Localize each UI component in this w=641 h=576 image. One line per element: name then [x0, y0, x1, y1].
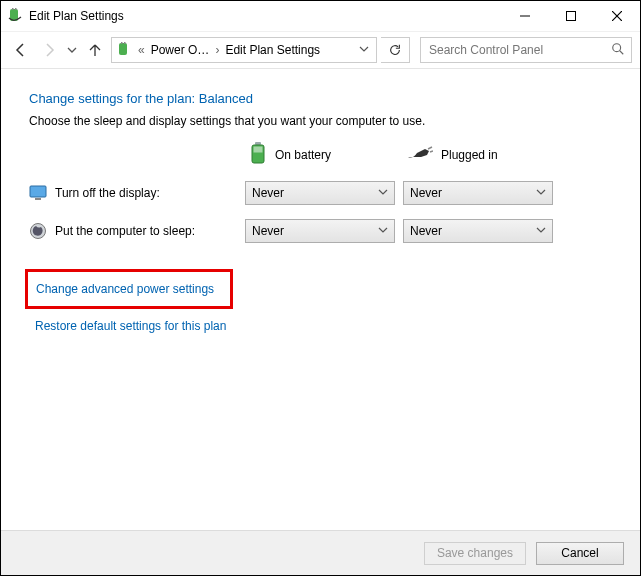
- cancel-button[interactable]: Cancel: [536, 542, 624, 565]
- svg-rect-9: [124, 42, 126, 44]
- window: Edit Plan Settings: [0, 0, 641, 576]
- row-sleep: Put the computer to sleep:: [29, 222, 237, 240]
- chevron-down-icon: [536, 225, 546, 237]
- chevron-right-icon: ›: [213, 43, 221, 57]
- link-advanced-settings[interactable]: Change advanced power settings: [30, 276, 220, 302]
- sleep-plugged-select[interactable]: Never: [403, 219, 553, 243]
- display-plugged-value: Never: [410, 186, 442, 200]
- chevron-down-icon: [378, 187, 388, 199]
- column-header-battery: On battery: [245, 142, 395, 167]
- page-heading: Change settings for the plan: Balanced: [29, 91, 620, 106]
- maximize-button[interactable]: [548, 1, 594, 31]
- link-restore-defaults[interactable]: Restore default settings for this plan: [29, 313, 232, 339]
- svg-line-15: [428, 147, 432, 149]
- chevron-down-icon: [536, 187, 546, 199]
- display-plugged-select[interactable]: Never: [403, 181, 553, 205]
- page-description: Choose the sleep and display settings th…: [29, 114, 620, 128]
- row-display-label: Turn off the display:: [55, 186, 160, 200]
- svg-rect-17: [30, 186, 46, 197]
- close-button[interactable]: [594, 1, 640, 31]
- titlebar: Edit Plan Settings: [1, 1, 640, 32]
- sleep-battery-select[interactable]: Never: [245, 219, 395, 243]
- window-title: Edit Plan Settings: [29, 9, 502, 23]
- svg-rect-18: [35, 198, 41, 200]
- svg-rect-2: [15, 8, 17, 10]
- display-battery-value: Never: [252, 186, 284, 200]
- row-sleep-label: Put the computer to sleep:: [55, 224, 195, 238]
- back-button[interactable]: [9, 38, 33, 62]
- search-input[interactable]: [427, 42, 591, 58]
- search-icon[interactable]: [611, 42, 625, 59]
- svg-rect-7: [119, 43, 127, 55]
- svg-point-10: [613, 43, 621, 51]
- footer: Save changes Cancel: [1, 530, 640, 575]
- content-area: Change settings for the plan: Balanced C…: [1, 69, 640, 530]
- sleep-icon: [29, 222, 47, 240]
- column-header-plugged: Plugged in: [403, 145, 553, 164]
- highlight-box: Change advanced power settings: [25, 269, 233, 309]
- breadcrumb-item-power[interactable]: Power O…: [151, 43, 210, 57]
- settings-grid: On battery Plugged in: [29, 142, 620, 243]
- address-bar[interactable]: « Power O… › Edit Plan Settings: [111, 37, 377, 63]
- search-box[interactable]: [420, 37, 632, 63]
- chevron-down-icon: [378, 225, 388, 237]
- battery-icon: [249, 142, 267, 167]
- column-header-plugged-label: Plugged in: [441, 148, 498, 162]
- save-button[interactable]: Save changes: [424, 542, 526, 565]
- recent-locations-button[interactable]: [65, 38, 79, 62]
- refresh-button[interactable]: [381, 37, 410, 63]
- display-icon: [29, 184, 47, 202]
- breadcrumb-prefix: «: [136, 43, 147, 57]
- navbar: « Power O… › Edit Plan Settings: [1, 32, 640, 69]
- links-section: Change advanced power settings Restore d…: [29, 269, 620, 339]
- sleep-battery-value: Never: [252, 224, 284, 238]
- window-controls: [502, 1, 640, 31]
- chevron-down-icon[interactable]: [356, 43, 372, 57]
- app-icon: [7, 8, 23, 24]
- svg-line-11: [620, 50, 624, 54]
- forward-button[interactable]: [37, 38, 61, 62]
- svg-line-16: [430, 151, 433, 152]
- plug-icon: [407, 145, 433, 164]
- svg-rect-14: [254, 147, 263, 153]
- breadcrumb-item-edit-plan[interactable]: Edit Plan Settings: [225, 43, 320, 57]
- svg-rect-4: [567, 12, 576, 21]
- up-button[interactable]: [83, 38, 107, 62]
- address-app-icon: [116, 42, 132, 58]
- column-header-battery-label: On battery: [275, 148, 331, 162]
- svg-rect-1: [12, 8, 14, 10]
- svg-rect-8: [121, 42, 123, 44]
- minimize-button[interactable]: [502, 1, 548, 31]
- display-battery-select[interactable]: Never: [245, 181, 395, 205]
- sleep-plugged-value: Never: [410, 224, 442, 238]
- row-display: Turn off the display:: [29, 184, 237, 202]
